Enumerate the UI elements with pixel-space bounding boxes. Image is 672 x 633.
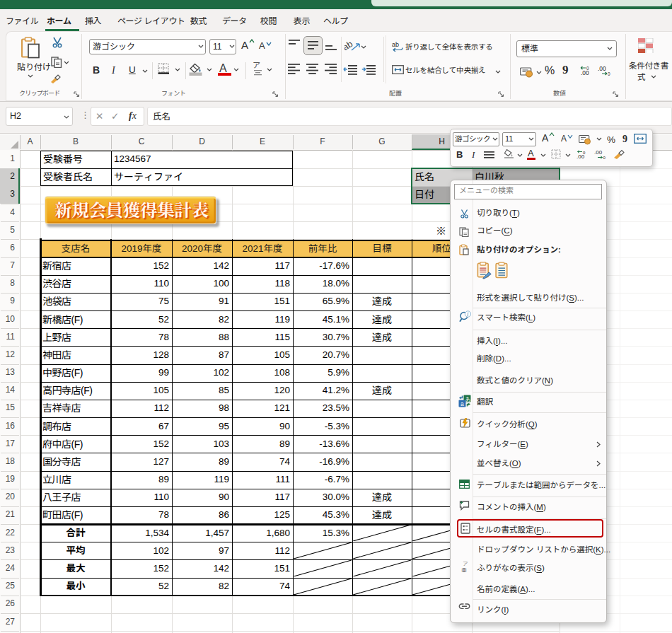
svg-text:0: 0 <box>583 151 586 155</box>
svg-text:.00: .00 <box>598 66 606 72</box>
svg-text:ab: ab <box>392 41 399 48</box>
svg-text:あ: あ <box>465 396 471 402</box>
svg-text:亜: 亜 <box>461 567 467 573</box>
svg-text:a: a <box>460 400 464 407</box>
svg-text:.00: .00 <box>594 150 603 156</box>
svg-text:ab: ab <box>344 40 354 52</box>
svg-text:i: i <box>467 311 468 318</box>
svg-text:0: 0 <box>603 156 606 160</box>
svg-text:0: 0 <box>586 66 589 71</box>
svg-text:0: 0 <box>608 71 610 76</box>
